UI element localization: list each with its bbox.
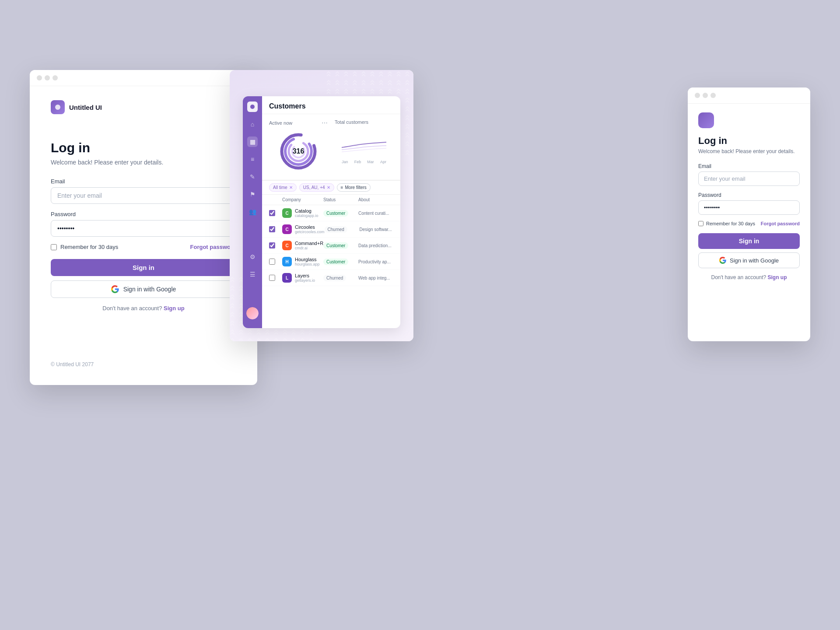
company-logo-circooles: C [282, 224, 292, 234]
table-row[interactable]: H Hourglass hourglass.app Customer Produ… [262, 254, 400, 270]
google-signin-button[interactable]: Sign in with Google [51, 280, 236, 298]
login-subtitle-right: Welcome back! Please enter your details. [698, 148, 800, 154]
sidebar-item-home[interactable]: ⌂ [247, 119, 258, 130]
table-header: Company Status About [262, 195, 400, 205]
status-badge-catalog: Customer [323, 210, 348, 217]
filter-more-button[interactable]: ≡ More filters [337, 183, 371, 192]
status-badge-commandr: Customer [323, 242, 348, 249]
titlebar-right [688, 88, 810, 104]
line-chart: Jan Feb Mar Apr [335, 126, 393, 161]
signup-link-right[interactable]: Sign up [768, 274, 787, 280]
brand-icon [51, 100, 65, 114]
brand-name: Untitled UI [69, 104, 102, 111]
table-row[interactable]: C Circooles getcircooles.com Churned Des… [262, 221, 400, 238]
filter-all-time[interactable]: All time ✕ [269, 183, 297, 192]
password-group: Password [51, 211, 236, 237]
signup-link[interactable]: Sign up [164, 305, 185, 312]
sidebar-item-settings1[interactable]: ⚙ [247, 252, 258, 262]
company-cell-layers: L Layers getlayers.io [282, 273, 323, 283]
dashboard-bg: ⌂ ▦ ≡ ✎ ⚑ 👥 ⚙ ☰ Customers [230, 70, 413, 341]
checkbox-row-right: Remember for 30 days Forgot password [698, 221, 800, 226]
dashboard-card: ⌂ ▦ ≡ ✎ ⚑ 👥 ⚙ ☰ Customers [243, 96, 400, 328]
sidebar-logo [247, 102, 258, 112]
company-logo-hourglass: H [282, 257, 292, 266]
google-signin-button-right[interactable]: Sign in with Google [698, 252, 800, 268]
status-badge-layers: Churned [323, 275, 346, 281]
checkbox-row: Remember for 30 days Forgot password [51, 244, 236, 250]
forgot-password-link-right[interactable]: Forgot password [761, 221, 800, 226]
dashboard-sidebar: ⌂ ▦ ≡ ✎ ⚑ 👥 ⚙ ☰ [243, 96, 262, 328]
dot-yellow-right [703, 93, 708, 98]
stat-menu-icon[interactable]: ⋯ [322, 119, 328, 126]
status-badge-hourglass: Customer [323, 259, 348, 265]
dot-yellow [45, 75, 50, 80]
login-panel-right: Log in Welcome back! Please enter your d… [688, 104, 810, 338]
row-checkbox-catalog[interactable] [269, 210, 275, 216]
company-cell-commandr: C Command+R cmdr.ai [282, 241, 323, 250]
password-label: Password [51, 211, 236, 217]
donut-count: 316 [293, 147, 304, 155]
dot-red [37, 75, 42, 80]
status-badge-circooles: Churned [325, 226, 347, 233]
svg-point-0 [55, 105, 60, 110]
sidebar-item-users[interactable]: 👥 [247, 206, 258, 217]
titlebar-left [30, 70, 257, 86]
email-label: Email [51, 178, 236, 185]
remember-checkbox-right[interactable] [698, 221, 704, 226]
right-login-window: Log in Welcome back! Please enter your d… [688, 88, 810, 341]
login-title-right: Log in [698, 135, 800, 147]
sidebar-avatar [246, 307, 259, 319]
remember-label-right[interactable]: Remember for 30 days [698, 221, 755, 226]
email-label-right: Email [698, 163, 800, 169]
company-logo-layers: L [282, 273, 292, 283]
sidebar-item-settings2[interactable]: ☰ [247, 269, 258, 280]
login-subtitle: Welcome back! Please enter your details. [51, 159, 236, 166]
total-label: Total customers [335, 119, 393, 125]
filter-us-close[interactable]: ✕ [327, 185, 330, 190]
google-icon [111, 285, 119, 293]
password-input[interactable] [51, 220, 236, 237]
brand-row: Untitled UI [51, 100, 236, 114]
sidebar-item-edit[interactable]: ✎ [247, 172, 258, 182]
customers-table: Company Status About C Catalog ca [262, 195, 400, 328]
sidebar-item-flag[interactable]: ⚑ [247, 189, 258, 200]
company-cell-catalog: C Catalog catalogapp.io [282, 208, 323, 218]
table-row[interactable]: L Layers getlayers.io Churned Web app in… [262, 270, 400, 286]
table-row[interactable]: C Catalog catalogapp.io Customer Content… [262, 205, 400, 221]
dashboard-title: Customers [262, 96, 400, 114]
signin-button[interactable]: Sign in [51, 259, 236, 276]
remember-label[interactable]: Remember for 30 days [51, 244, 118, 250]
filter-us-au[interactable]: US, AU, +4 ✕ [299, 183, 334, 192]
company-logo-catalog: C [282, 208, 292, 218]
brand-icon-right [698, 112, 714, 128]
email-group: Email [51, 178, 236, 204]
active-now-box: Active now ⋯ [269, 119, 328, 175]
password-input-right[interactable] [698, 200, 800, 215]
remember-checkbox[interactable] [51, 244, 57, 250]
dashboard-main: Customers Active now ⋯ [262, 96, 400, 328]
dot-green [52, 75, 58, 80]
total-customers-box: Total customers Jan Feb [335, 119, 393, 175]
password-label-right: Password [698, 192, 800, 198]
signin-button-right[interactable]: Sign in [698, 233, 800, 249]
email-input[interactable] [51, 187, 236, 204]
row-checkbox-hourglass[interactable] [269, 259, 275, 265]
left-login-window: Untitled UI Log in Welcome back! Please … [30, 70, 257, 385]
email-input-right[interactable] [698, 172, 800, 186]
signup-row-right: Don't have an account? Sign up [698, 274, 800, 280]
password-group-right: Password [698, 192, 800, 215]
dot-green-right [710, 93, 716, 98]
sidebar-item-layers[interactable]: ≡ [247, 154, 258, 164]
row-checkbox-layers[interactable] [269, 275, 275, 281]
chart-labels: Jan Feb Mar Apr [342, 160, 386, 164]
row-checkbox-commandr[interactable] [269, 242, 275, 248]
login-panel-left: Untitled UI Log in Welcome back! Please … [30, 86, 257, 382]
row-checkbox-circooles[interactable] [269, 226, 275, 232]
google-icon-right [719, 257, 726, 264]
scene: Untitled UI Log in Welcome back! Please … [0, 0, 840, 630]
filter-all-time-close[interactable]: ✕ [289, 185, 293, 190]
table-row[interactable]: C Command+R cmdr.ai Customer Data predic… [262, 238, 400, 254]
sidebar-item-chart[interactable]: ▦ [247, 136, 258, 147]
company-logo-commandr: C [282, 241, 292, 250]
email-group-right: Email [698, 163, 800, 186]
